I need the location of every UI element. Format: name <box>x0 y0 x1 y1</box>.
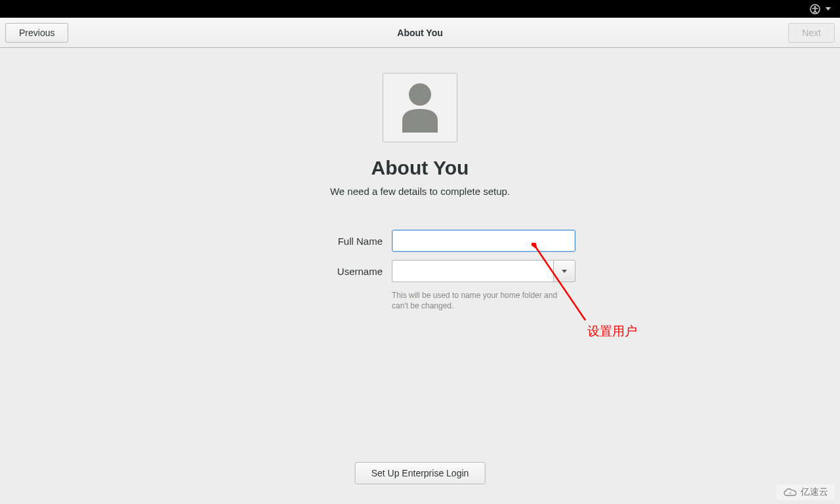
chevron-down-icon <box>562 270 567 273</box>
svg-text:∞: ∞ <box>789 491 791 495</box>
username-hint: This will be used to name your home fold… <box>392 290 576 311</box>
username-combo <box>392 260 576 282</box>
username-input[interactable] <box>392 260 553 282</box>
svg-point-2 <box>409 83 431 106</box>
previous-button[interactable]: Previous <box>5 23 68 43</box>
top-panel <box>0 0 840 18</box>
username-row: Username <box>264 260 576 282</box>
username-label: Username <box>264 266 383 277</box>
person-icon <box>397 81 443 134</box>
watermark-text: 亿速云 <box>801 486 828 498</box>
user-form: Full Name Username This will be used to … <box>264 230 576 311</box>
avatar-placeholder[interactable] <box>383 73 457 142</box>
page-subtitle: We need a few details to complete setup. <box>330 186 510 197</box>
header-title: About You <box>397 28 442 38</box>
watermark: ∞ 亿速云 <box>776 484 835 500</box>
accessibility-icon[interactable] <box>810 4 820 14</box>
full-name-input[interactable] <box>392 230 576 252</box>
svg-point-1 <box>814 6 816 8</box>
username-hint-row: This will be used to name your home fold… <box>264 290 576 311</box>
chevron-down-icon[interactable] <box>826 7 831 10</box>
next-button: Next <box>788 23 835 43</box>
enterprise-login-button[interactable]: Set Up Enterprise Login <box>355 462 486 484</box>
full-name-row: Full Name <box>264 230 576 252</box>
cloud-icon: ∞ <box>783 488 797 497</box>
main-content: About You We need a few details to compl… <box>0 48 840 311</box>
full-name-label: Full Name <box>264 236 383 247</box>
username-dropdown-button[interactable] <box>553 260 576 282</box>
page-heading: About You <box>371 157 469 179</box>
annotation-label: 设置用户 <box>587 323 637 340</box>
header-bar: Previous About You Next <box>0 18 840 48</box>
